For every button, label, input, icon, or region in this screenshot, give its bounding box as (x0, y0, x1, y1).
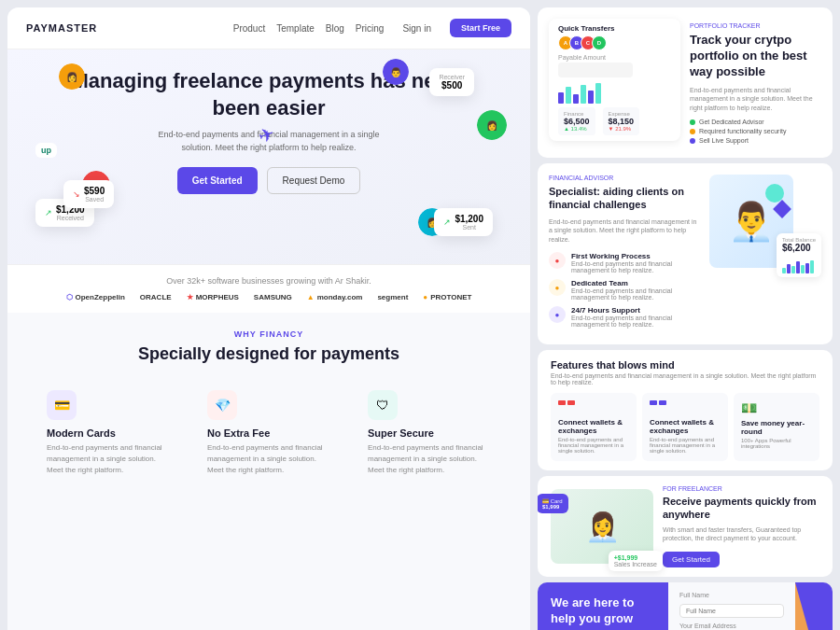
process-3: ● 24/7 Hours Support End-to-end payments… (549, 306, 700, 328)
brands-section: Over 32k+ software businesses growing wi… (7, 264, 530, 313)
svg-rect-0 (558, 400, 566, 405)
fbm-item-desc-2: End-to-end payments and financial manage… (650, 437, 721, 454)
specialist-desc: End-to-end payments and financial manage… (549, 217, 700, 245)
fbm-item-3: 💵 Save money year-round 100+ Apps Powerf… (734, 393, 819, 461)
request-demo-button[interactable]: Request Demo (267, 167, 361, 194)
bar-4 (581, 85, 586, 104)
fbm-card: Features that blows mind End-to-end paym… (538, 350, 833, 470)
receive-purple-card: 💳 Card $1,999 (538, 494, 568, 513)
amount-input (558, 63, 633, 77)
receive-mini-amount: +$1,999 (614, 554, 657, 561)
features-title: Specially designed for payments (35, 344, 502, 364)
bullet-3: Sell Live Support (690, 137, 821, 144)
process-icon-2: ● (549, 279, 566, 296)
bar-3 (573, 94, 579, 104)
person-image: 👨‍💼 (728, 200, 775, 244)
bar-2 (566, 87, 571, 104)
float-card-saved: ↘ $590 Saved (63, 180, 114, 208)
specialist-title: Specialist: aiding clients on financial … (549, 185, 700, 212)
fbm-item-1: Connect wallets & exchanges End-to-end p… (551, 393, 637, 461)
grow-form: Full Name Your Email Address Password Si… (668, 582, 795, 630)
fbm-icon-3: 💵 (741, 400, 812, 415)
feature-name-cards: Modern Cards (47, 427, 170, 439)
hero-section: 👩 👨 👩 👩 👩 Receiver $500 ↗ $1,200 Receive… (7, 49, 530, 264)
avatar-2: 👨 (383, 59, 409, 85)
process-2: ● Dedicated Team End-to-end payments and… (549, 279, 700, 301)
signin-link[interactable]: Sign in (402, 23, 431, 34)
feature-modern-cards: 💳 Modern Cards End-to-end payments and f… (35, 379, 181, 487)
form-input-name[interactable] (679, 604, 784, 618)
fbm-desc: End-to-end payments and financial manage… (551, 372, 819, 385)
process-icon-1: ● (549, 252, 566, 269)
brand-protonet: ●PROTONET (423, 293, 471, 301)
float-card-receiver: Receiver $500 (429, 68, 474, 96)
brand-oracle: ORACLE (140, 293, 172, 301)
left-panel: PAYMASTER Product Template Blog Pricing … (7, 7, 530, 630)
fbm-item-title-1: Connect wallets & exchanges (558, 418, 629, 435)
receive-mini-card: +$1,999 Sales Increase (609, 551, 663, 571)
form-row-name: Full Name (679, 592, 784, 618)
grow-text: We are here to help you grow your busine… (538, 582, 668, 630)
receive-mini-sub: Sales Increase (614, 561, 657, 567)
stat-bar-2 (787, 264, 791, 273)
process-1: ● First Working Process End-to-end payme… (549, 252, 700, 273)
nav-links: Product Template Blog Pricing Sign in St… (233, 19, 511, 37)
stat-bar-4 (796, 261, 800, 273)
bullet-2: Required functionality security (690, 128, 821, 134)
features-section: WHY FINANCY Specially designed for payme… (7, 313, 530, 498)
form-label-email: Your Email Address (679, 623, 784, 629)
feature-icon-cards: 💳 (47, 390, 77, 420)
bullet-dot-3 (690, 138, 695, 144)
track-card-inner: Quick Transfers A B C D Payable Amount (538, 7, 833, 158)
nav-blog[interactable]: Blog (326, 23, 344, 34)
track-title: Track your crytpo portfolio on the best … (690, 33, 821, 80)
receive-get-started-button[interactable]: Get Started (663, 552, 720, 567)
feature-icon-fee: 💎 (207, 390, 237, 420)
brand-segment: segment (377, 293, 408, 301)
stat-bar-5 (801, 265, 805, 273)
process-text-1: First Working Process End-to-end payment… (571, 252, 700, 273)
grow-shape-deco (795, 582, 833, 630)
bullet-dot-1 (690, 119, 695, 125)
feature-name-secure: Super Secure (368, 427, 491, 439)
stat-expense: Expense $8,150 ▼ 21.9% (603, 107, 640, 135)
specialist-stat-card: Total Balance $6,200 (777, 233, 821, 277)
track-bullets: Get Dedicated Advisor Required functiona… (690, 119, 821, 144)
grow-title: We are here to help you grow your busine… (551, 595, 655, 630)
nav-product[interactable]: Product (233, 23, 265, 34)
brands-row: ⬡OpenZeppelin ORACLE ★MORPHEUS SAMSUNG ▲… (26, 293, 511, 301)
avatar-3: 👩 (477, 110, 507, 140)
receive-card-inner: 👩‍💼 +$1,999 Sales Increase 💳 Card $1,999… (538, 476, 833, 577)
blue-rect-deco (773, 200, 791, 218)
fbm-item-2: Connect wallets & exchanges End-to-end p… (642, 393, 728, 461)
nav-template[interactable]: Template (276, 23, 315, 34)
hero-title: Managing freelance payments has never be… (45, 68, 493, 121)
logo: PAYMASTER (26, 22, 97, 34)
quick-transfers-card: Quick Transfers A B C D Payable Amount (549, 19, 680, 141)
brand-openzeppelin: ⬡OpenZeppelin (66, 293, 125, 301)
specialist-card-inner: FINANCIAL ADVISOR Specialist: aiding cli… (538, 163, 833, 344)
feature-desc-cards: End-to-end payments and financial manage… (47, 442, 170, 476)
bar-1 (558, 92, 564, 104)
brand-samsung: SAMSUNG (254, 293, 292, 301)
avatar-1: 👩 (59, 63, 85, 90)
process-icon-3: ● (549, 306, 566, 323)
feature-desc-fee: End-to-end payments and financial manage… (207, 442, 330, 476)
start-free-button[interactable]: Start Free (450, 19, 511, 37)
quick-transfers-label: Quick Transfers (558, 24, 671, 33)
receive-title: Receive payments quickly from anywhere (663, 495, 819, 522)
fbm-item-desc-1: End-to-end payments and financial manage… (558, 437, 629, 454)
stat-finance: Finance $6,500 ▲ 13.4% (558, 107, 595, 135)
specialist-visual: 👨‍💼 Total Balance $6,200 (709, 175, 821, 268)
feature-name-fee: No Extra Fee (207, 427, 330, 439)
nav-pricing[interactable]: Pricing (356, 23, 385, 34)
brand-morpheus: ★MORPHEUS (187, 293, 239, 301)
fbm-card-inner: Features that blows mind End-to-end paym… (538, 350, 833, 470)
features-grid: 💳 Modern Cards End-to-end payments and f… (35, 379, 502, 487)
get-started-button[interactable]: Get Started (177, 167, 258, 194)
svg-rect-3 (659, 400, 666, 405)
track-text: PORTFOLIO TRACKER Track your crytpo port… (690, 19, 821, 147)
bar-6 (595, 83, 601, 104)
stat-bar-1 (782, 268, 786, 273)
features-tag: WHY FINANCY (35, 329, 502, 339)
